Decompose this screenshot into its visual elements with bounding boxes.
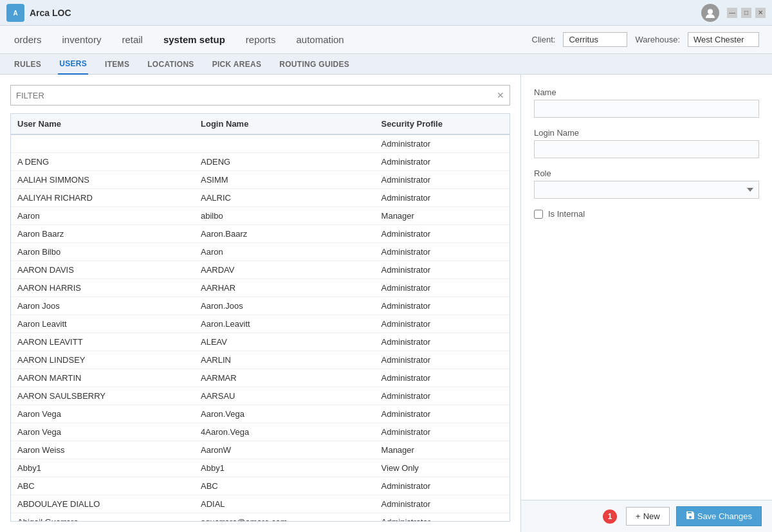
table-row[interactable]: AARON LINDSEYAARLINAdministrator xyxy=(11,351,510,369)
save-changes-label: Save Changes xyxy=(697,511,752,521)
table-cell-security_profile: Manager xyxy=(375,441,510,459)
warehouse-dropdown-wrapper[interactable]: West Chester xyxy=(688,32,759,47)
table-row[interactable]: Aaron WeissAaronWManager xyxy=(11,441,510,459)
table-cell-login_name: Aaron.Vega xyxy=(194,405,375,423)
table-cell-login_name: ADENG xyxy=(194,153,375,171)
name-label: Name xyxy=(534,87,759,97)
table-cell-security_profile: Administrator xyxy=(375,495,510,513)
app-title: Arca LOC xyxy=(30,8,71,18)
warehouse-label: Warehouse: xyxy=(635,35,680,44)
table-row[interactable]: ABDOULAYE DIALLOADIALAdministrator xyxy=(11,495,510,513)
table-row[interactable]: AARON LEAVITTALEAVAdministrator xyxy=(11,333,510,351)
table-cell-login_name: Aaron.Leavitt xyxy=(194,315,375,333)
table-row[interactable]: AALIYAH RICHARDAALRICAdministrator xyxy=(11,189,510,207)
sub-nav-routing-guides[interactable]: ROUTING GUIDES xyxy=(278,54,351,75)
sub-nav-users[interactable]: USERS xyxy=(58,54,88,75)
table-row[interactable]: Aaron Vega4Aaron.VegaAdministrator xyxy=(11,423,510,441)
table-cell-user_name: Aaron Vega xyxy=(11,405,194,423)
table-row[interactable]: Aaron JoosAaron.JoosAdministrator xyxy=(11,297,510,315)
app-logo: A xyxy=(6,4,24,22)
table-row[interactable]: AaronabilboManager xyxy=(11,207,510,225)
table-row[interactable]: ABCABCAdministrator xyxy=(11,477,510,495)
table-cell-login_name: AaronW xyxy=(194,441,375,459)
user-avatar[interactable] xyxy=(701,4,719,22)
sub-nav-items[interactable]: ITEMS xyxy=(104,54,131,75)
table-cell-user_name: ABC xyxy=(11,477,194,495)
table-cell-security_profile: Administrator xyxy=(375,477,510,495)
sub-nav-rules[interactable]: RULES xyxy=(13,54,42,75)
table-cell-user_name: Aaron Joos xyxy=(11,297,194,315)
table-cell-user_name: Aaron Leavitt xyxy=(11,315,194,333)
bottom-bar: 1 + New Save Changes xyxy=(521,500,772,532)
table-cell-security_profile: Manager xyxy=(375,207,510,225)
table-cell-user_name: AARON DAVIS xyxy=(11,261,194,279)
table-cell-login_name: AARMAR xyxy=(194,369,375,387)
table-row[interactable]: AARON DAVISAARDAVAdministrator xyxy=(11,261,510,279)
filter-input[interactable] xyxy=(16,91,497,100)
left-panel: ✕ User Name Login Name Security Profile xyxy=(0,75,521,532)
table-cell-user_name: ABDOULAYE DIALLO xyxy=(11,495,194,513)
table-cell-user_name xyxy=(11,134,194,153)
table-row[interactable]: Aaron LeavittAaron.LeavittAdministrator xyxy=(11,315,510,333)
table-row[interactable]: Aaron VegaAaron.VegaAdministrator xyxy=(11,405,510,423)
nav-item-orders[interactable]: orders xyxy=(13,26,43,54)
notification-badge: 1 xyxy=(603,509,617,524)
table-cell-user_name: AARON LEAVITT xyxy=(11,333,194,351)
table-cell-user_name: AARON HARRIS xyxy=(11,279,194,297)
table-row[interactable]: A DENGADENGAdministrator xyxy=(11,153,510,171)
save-changes-button[interactable]: Save Changes xyxy=(676,506,762,526)
table-row[interactable]: AARON HARRISAARHARAdministrator xyxy=(11,279,510,297)
login-name-input[interactable] xyxy=(534,140,759,158)
window-controls[interactable]: — □ ✕ xyxy=(727,8,766,18)
table-cell-login_name: Aaron.Baarz xyxy=(194,225,375,243)
table-row[interactable]: Aaron BilboAaronAdministrator xyxy=(11,243,510,261)
role-select[interactable] xyxy=(534,181,759,199)
table-row[interactable]: Abby1Abby1View Only xyxy=(11,459,510,477)
col-user-name: User Name xyxy=(11,114,194,134)
table-row[interactable]: Aaron BaarzAaron.BaarzAdministrator xyxy=(11,225,510,243)
filter-clear-icon[interactable]: ✕ xyxy=(497,90,504,100)
table-cell-user_name: Aaron Vega xyxy=(11,423,194,441)
is-internal-checkbox[interactable] xyxy=(534,210,543,219)
sub-nav-locations[interactable]: LOCATIONS xyxy=(146,54,195,75)
table-cell-security_profile: Administrator xyxy=(375,243,510,261)
table-cell-security_profile: Administrator xyxy=(375,369,510,387)
table-cell-security_profile: View Only xyxy=(375,459,510,477)
login-name-field-group: Login Name xyxy=(534,128,759,158)
table-cell-login_name: ALEAV xyxy=(194,333,375,351)
table-cell-login_name: abilbo xyxy=(194,207,375,225)
title-bar: A Arca LOC — □ ✕ xyxy=(0,0,772,26)
table-cell-login_name: Aaron xyxy=(194,243,375,261)
table-header-row: User Name Login Name Security Profile xyxy=(11,114,510,134)
main-content: ✕ User Name Login Name Security Profile xyxy=(0,75,772,532)
table-cell-security_profile: Administrator xyxy=(375,333,510,351)
nav-item-inventory[interactable]: inventory xyxy=(61,26,103,54)
table-row[interactable]: Administrator xyxy=(11,134,510,153)
table-cell-user_name: AARON MARTIN xyxy=(11,369,194,387)
warehouse-select[interactable]: West Chester xyxy=(688,32,759,47)
table-cell-login_name: aguerrero@amare.com xyxy=(194,513,375,522)
table-row[interactable]: AALIAH SIMMONSASIMMAdministrator xyxy=(11,171,510,189)
minimize-button[interactable]: — xyxy=(727,8,737,18)
new-button[interactable]: + New xyxy=(626,507,670,526)
table-row[interactable]: AARON MARTINAARMARAdministrator xyxy=(11,369,510,387)
name-input[interactable] xyxy=(534,100,759,118)
plus-icon: + xyxy=(636,511,641,521)
table-row[interactable]: AARON SAULSBERRYAARSAUAdministrator xyxy=(11,387,510,405)
nav-item-retail[interactable]: retail xyxy=(120,26,144,54)
client-dropdown-wrapper[interactable]: Cerritus xyxy=(563,32,627,47)
filter-bar[interactable]: ✕ xyxy=(10,85,510,105)
nav-item-reports[interactable]: reports xyxy=(244,26,277,54)
close-button[interactable]: ✕ xyxy=(755,8,766,18)
table-row[interactable]: Abigail Guerreroaguerrero@amare.comAdmin… xyxy=(11,513,510,522)
save-icon xyxy=(686,511,695,522)
table-cell-user_name: AARON LINDSEY xyxy=(11,351,194,369)
svg-text:A: A xyxy=(13,10,17,17)
nav-item-system-setup[interactable]: system setup xyxy=(162,26,226,54)
sub-nav-pick-areas[interactable]: PICK AREAS xyxy=(211,54,263,75)
maximize-button[interactable]: □ xyxy=(741,8,751,18)
table-cell-security_profile: Administrator xyxy=(375,225,510,243)
user-table: User Name Login Name Security Profile Ad… xyxy=(11,114,510,522)
client-select[interactable]: Cerritus xyxy=(563,32,627,47)
nav-item-automation[interactable]: automation xyxy=(295,26,345,54)
